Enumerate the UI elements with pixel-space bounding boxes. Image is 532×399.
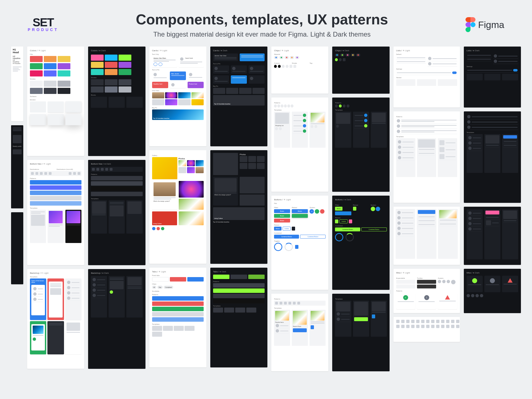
nav-d-4[interactable] — [91, 192, 142, 196]
artboard-misc-dark[interactable]: Misc / ● Dark — [464, 269, 521, 313]
gallery-flower[interactable] — [179, 181, 204, 198]
artboard-backdrop-dark[interactable]: Backdrop / ● Dark — [88, 269, 145, 369]
artboard-lists-extra-light[interactable] — [393, 207, 460, 265]
card-action[interactable] — [154, 63, 157, 66]
bottomnav-row[interactable] — [30, 171, 81, 176]
nav-pattern-grey[interactable] — [30, 196, 81, 200]
backdrop-grey[interactable] — [65, 278, 81, 320]
switch-on-icon[interactable] — [452, 71, 457, 74]
swatch-grey5[interactable] — [44, 88, 57, 94]
gallery-hero[interactable] — [152, 157, 177, 179]
tmpl-d-2[interactable] — [109, 200, 125, 234]
chip-tmpl-3[interactable] — [310, 112, 326, 148]
backdrop-blue[interactable]: Types of Full Screen Views — [30, 278, 46, 320]
swatch-pink-d[interactable] — [91, 55, 104, 61]
swatch-grey6[interactable] — [58, 88, 70, 94]
card-tp-6[interactable]: Product Card — [188, 82, 204, 88]
artboard-lists-light[interactable]: Lists / ☀ Light Default Settings Nested — [393, 47, 460, 108]
btn-filled[interactable]: Button — [274, 209, 290, 213]
backdrop-green[interactable] — [30, 321, 46, 354]
swatch-blue[interactable] — [44, 63, 57, 69]
swatch-dg1[interactable] — [91, 79, 104, 85]
artboard-chips-dark[interactable]: Chips / ● Dark — [332, 47, 389, 94]
tabrow-lime[interactable] — [213, 275, 229, 279]
artboard-buttons-templates-dark[interactable]: Templates — [332, 294, 389, 371]
tmpl-feed[interactable] — [30, 210, 46, 243]
artboard-backdrop-light[interactable]: Backdrop / ☀ Light Templates Types of Fu… — [27, 269, 84, 369]
nav-pattern-blue3[interactable] — [30, 201, 81, 206]
swatch-purple-d[interactable] — [119, 62, 131, 68]
tmpl-d-1[interactable] — [91, 200, 107, 234]
card-tp-1[interactable] — [152, 71, 168, 80]
swatch-orange[interactable] — [44, 56, 57, 62]
swatch-green-d[interactable] — [119, 69, 131, 75]
swatch-dg2[interactable] — [105, 79, 117, 85]
artboard-cards-light[interactable]: Cards / ☀ Light Text Only James Van Dien… — [149, 47, 206, 146]
swatch-red[interactable] — [30, 56, 43, 62]
btn-tmpl-2[interactable]: Recent Posts — [292, 310, 308, 346]
nav-pattern-blue[interactable] — [30, 180, 81, 185]
fab[interactable]: + — [310, 209, 314, 214]
btn-tmpl-3[interactable] — [310, 310, 326, 346]
chip[interactable] — [274, 56, 278, 59]
nav-d-1[interactable] — [91, 176, 142, 180]
bottomnav-row-d[interactable] — [91, 167, 142, 172]
card-d-1[interactable]: James Van Dien — [213, 53, 238, 61]
artboard-chips-templates-light[interactable]: Patterns Templates Shopping List — [271, 98, 328, 192]
swatch-lime-d[interactable] — [119, 55, 131, 61]
card-bigpic[interactable]: Top 10 Australian beaches — [152, 109, 204, 120]
misc-card-check[interactable]: ✓ — [396, 293, 415, 309]
nav-d-3[interactable] — [91, 186, 142, 191]
swatch-purple[interactable] — [58, 63, 70, 69]
card-tp-3[interactable] — [188, 71, 204, 80]
swatch-orange-d[interactable] — [105, 69, 117, 75]
artboard-lists-dark[interactable]: Lists / ● Dark Settings — [464, 47, 521, 108]
artboard-chips-light[interactable]: Chips / ☀ Light Material CustomSimpleTag — [271, 47, 328, 94]
artboard-buttons-light[interactable]: Buttons / ☀ Light Flat Filled Button But… — [271, 196, 328, 290]
artboard-gallery-dark[interactable]: Photos What's the design system? Living … — [210, 150, 267, 264]
card-tp-4[interactable]: Headline Card — [152, 82, 168, 88]
artboard-cards-dark[interactable]: Cards / ● Dark James Van Dien Text & Pic… — [210, 47, 267, 146]
chip-tmpl-2[interactable] — [292, 112, 308, 148]
tmpl-dark[interactable] — [65, 210, 81, 243]
tmpl-article[interactable] — [48, 210, 64, 243]
swatch-grey1[interactable] — [30, 81, 43, 87]
artboard-canvas[interactable]: H1 Head H2 Headline H3 Headline H4 Headl… — [0, 47, 532, 379]
artboard-gallery-light[interactable]: Gallery Photos What's the design system? — [149, 150, 206, 264]
artboard-lists-templates-dark[interactable]: Templates — [464, 111, 521, 203]
artboard-tabs-light[interactable]: Tabs / ☀ Light Fixed tabs Chips AllDayCo… — [149, 268, 206, 367]
nav-d-2[interactable] — [91, 181, 142, 186]
artboard-chips-templates-dark[interactable]: Patterns Templates — [332, 98, 389, 192]
backdrop-red[interactable] — [47, 278, 64, 320]
artboard-bottomnav-dark[interactable]: Bottom Nav / ● Dark Patterns Templates — [88, 160, 145, 265]
swatch-dg5[interactable] — [105, 86, 117, 93]
card-text[interactable]: James Van Dien — [152, 56, 177, 67]
btn-outline[interactable]: Outline — [283, 227, 291, 231]
bd-d-2[interactable] — [109, 276, 125, 318]
swatch-cyan-d[interactable] — [105, 55, 117, 61]
gallery-tag[interactable] — [152, 227, 155, 230]
bd-d-1[interactable] — [91, 276, 107, 318]
artboard-buttons-templates-light[interactable]: Patterns Templates Popular Items Recent … — [271, 294, 328, 371]
swatch-teal-d[interactable] — [91, 69, 104, 75]
chip-tmpl-1[interactable]: Shopping List — [274, 112, 290, 148]
card-tp-5[interactable] — [170, 82, 186, 88]
swatch-yellow[interactable] — [58, 56, 70, 62]
swatch-teal[interactable] — [58, 70, 70, 76]
list-tmpl-1[interactable] — [396, 138, 415, 177]
swatch-magenta[interactable] — [30, 70, 43, 76]
swatch-grey2[interactable] — [44, 81, 57, 87]
artboard-bottomnav-light[interactable]: Bottom Nav / ☀ Light DestinationsDestina… — [27, 160, 84, 265]
tmpl-d-3[interactable] — [126, 200, 142, 234]
nav-pattern-blue2[interactable] — [30, 191, 81, 195]
tab-all[interactable]: All — [152, 286, 157, 289]
bd-d-3[interactable] — [126, 276, 142, 318]
tabrow-blue[interactable] — [187, 277, 204, 282]
artboard-colors-light[interactable]: Colors / ☀ Light Fills Strokes — [27, 47, 84, 156]
artboard-buttons-dark[interactable]: Buttons / ● Dark Filled Button Raised Sy… — [332, 196, 389, 290]
swatch-red-d[interactable] — [105, 62, 117, 68]
swatch-dg6[interactable] — [119, 86, 131, 93]
artboard-icons-light[interactable] — [393, 317, 460, 342]
artboard-lists-extra-dark[interactable] — [464, 207, 521, 265]
backdrop-white[interactable] — [65, 321, 81, 354]
